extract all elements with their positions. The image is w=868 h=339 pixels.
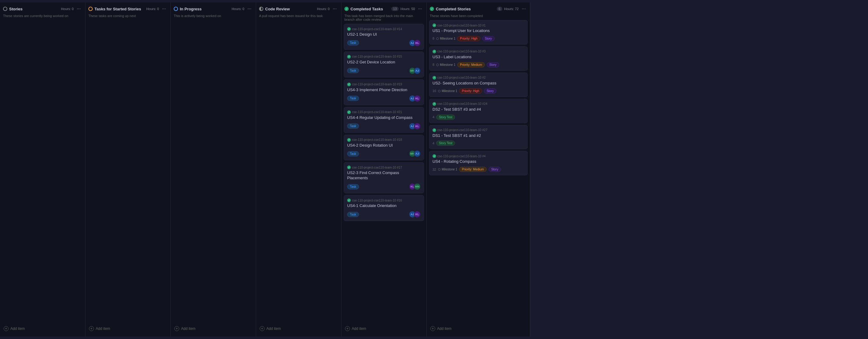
- add-item-completed-stories[interactable]: +Add item: [429, 324, 528, 334]
- cards-area-tasks-started: [88, 20, 168, 322]
- card-footer-completed-tasks-5: TaskKLMN: [347, 183, 421, 190]
- column-hours-completed-tasks: Hours: 50: [401, 7, 415, 11]
- column-subtitle-code-review: A pull request has been issued for this …: [258, 14, 339, 18]
- add-icon-completed-stories: +: [430, 326, 435, 331]
- column-hours-completed-stories: Hours: 72: [504, 7, 519, 11]
- card-badge-task-completed-tasks-6: Task: [347, 212, 359, 217]
- cards-area-completed-tasks: ✓cse-110-project-cse110-team-10 #14US2-1…: [344, 24, 424, 322]
- milestone-icon: ⬡: [436, 37, 439, 40]
- card-number-completed-stories-0: 8: [432, 37, 434, 40]
- milestone-icon: ⬡: [438, 168, 441, 171]
- card-completed-tasks-0[interactable]: ✓cse-110-project-cse110-team-10 #14US2-1…: [344, 24, 424, 50]
- column-menu-stories[interactable]: ···: [75, 5, 82, 12]
- card-id-text-completed-stories-0: cse-110-project-cse110-team-10 #1: [437, 24, 486, 27]
- column-header-completed-tasks: ✓Completed Tasks13Hours: 50···: [344, 5, 424, 12]
- card-footer-completed-tasks-2: TaskAJKL: [347, 95, 421, 102]
- column-subtitle-stories: These stories are currently being worked…: [2, 14, 83, 18]
- column-title-completed-tasks: Completed Tasks: [350, 7, 390, 11]
- avatar: KL: [414, 40, 421, 47]
- card-type-badge-completed-stories-3: Story Test: [436, 115, 455, 120]
- column-menu-in-progress[interactable]: ···: [246, 5, 253, 12]
- column-hours-tasks-started: Hours: 0: [146, 7, 159, 11]
- column-header-in-progress: In ProgressHours: 0···: [173, 5, 253, 12]
- add-item-label-tasks-started: Add item: [96, 327, 110, 331]
- column-subtitle-tasks-started: These tasks are coming up next: [88, 14, 168, 18]
- card-completed-tasks-4[interactable]: ✓cse-110-project-cse110-team-10 #18US4-2…: [344, 135, 424, 161]
- card-completed-stories-4[interactable]: ✓cse-110-project-cse110-team-10 #27DS1 -…: [429, 125, 528, 149]
- card-badge-task-completed-tasks-4: Task: [347, 151, 359, 156]
- card-footer-completed-tasks-6: TaskAJKL: [347, 211, 421, 218]
- column-count-completed-tasks: 13: [391, 7, 399, 11]
- milestone-label: Milestone 1: [440, 63, 455, 66]
- card-check-icon-completed-tasks-1: ✓: [347, 55, 351, 59]
- card-completed-tasks-2[interactable]: ✓cse-110-project-cse110-team-10 #19US4-3…: [344, 79, 424, 105]
- card-title-completed-stories-1: US3 - Label Locations: [432, 55, 524, 60]
- card-completed-tasks-1[interactable]: ✓cse-110-project-cse110-team-10 #15US2-2…: [344, 52, 424, 78]
- add-icon-tasks-started: +: [89, 326, 94, 331]
- milestone-label: Milestone 1: [440, 37, 455, 40]
- add-icon-code-review: +: [260, 326, 265, 331]
- add-item-label-completed-tasks: Add item: [352, 327, 366, 331]
- add-item-completed-tasks[interactable]: +Add item: [344, 324, 424, 334]
- column-title-in-progress: In Progress: [180, 7, 230, 11]
- card-completed-tasks-3[interactable]: ✓cse-110-project-cse110-team-10 #21US4-4…: [344, 107, 424, 133]
- add-item-code-review[interactable]: +Add item: [258, 324, 339, 334]
- card-id-completed-tasks-6: ✓cse-110-project-cse110-team-10 #16: [347, 198, 421, 202]
- card-id-completed-stories-5: ✓cse-110-project-cse110-team-10 #4: [432, 154, 524, 158]
- card-footer-completed-tasks-1: TaskMNAJ: [347, 67, 421, 74]
- add-item-label-stories: Add item: [10, 327, 25, 331]
- card-completed-stories-3[interactable]: ✓cse-110-project-cse110-team-10 #24DS2 -…: [429, 99, 528, 123]
- column-status-icon-stories: [3, 7, 7, 11]
- card-id-text-completed-tasks-4: cse-110-project-cse110-team-10 #18: [352, 138, 402, 142]
- column-hours-stories: Hours: 0: [61, 7, 74, 11]
- card-check-icon-completed-tasks-6: ✓: [347, 198, 351, 202]
- card-type-badge-completed-stories-4: Story Test: [436, 141, 455, 146]
- card-footer-completed-tasks-3: TaskAJKL: [347, 123, 421, 129]
- column-menu-tasks-started[interactable]: ···: [161, 5, 167, 12]
- card-number-completed-stories-3: 4: [432, 115, 434, 119]
- column-menu-completed-tasks[interactable]: ···: [417, 5, 423, 12]
- add-item-stories[interactable]: +Add item: [2, 324, 83, 334]
- card-priority-completed-stories-5: Priority: Medium: [459, 167, 487, 172]
- card-type-badge-completed-stories-1: Story: [487, 62, 499, 67]
- card-id-completed-tasks-5: ✓cse-110-project-cse110-team-10 #17: [347, 165, 421, 169]
- card-id-completed-tasks-0: ✓cse-110-project-cse110-team-10 #14: [347, 27, 421, 31]
- card-completed-stories-0[interactable]: ✓cse-110-project-cse110-team-10 #1US1 - …: [429, 20, 528, 44]
- card-priority-completed-stories-2: Priority: High: [459, 88, 482, 94]
- card-type-badge-completed-stories-2: Story: [484, 88, 496, 94]
- card-id-text-completed-stories-3: cse-110-project-cse110-team-10 #24: [437, 102, 487, 105]
- card-meta-completed-stories-3: 4Story Test: [432, 115, 524, 120]
- card-priority-completed-stories-1: Priority: Medium: [457, 62, 485, 67]
- milestone-label: Milestone 1: [442, 168, 457, 171]
- card-check-icon-completed-stories-3: ✓: [432, 102, 436, 106]
- column-subtitle-completed-tasks: This task has been merged back into the …: [344, 14, 424, 21]
- card-completed-tasks-6[interactable]: ✓cse-110-project-cse110-team-10 #16US4-1…: [344, 195, 424, 221]
- add-item-in-progress[interactable]: +Add item: [173, 324, 253, 334]
- card-id-completed-tasks-2: ✓cse-110-project-cse110-team-10 #19: [347, 83, 421, 86]
- column-code-review: Code ReviewHours: 0···A pull request has…: [256, 2, 341, 337]
- card-completed-tasks-5[interactable]: ✓cse-110-project-cse110-team-10 #17US2-3…: [344, 162, 424, 193]
- card-badge-task-completed-tasks-3: Task: [347, 123, 359, 129]
- card-number-completed-stories-5: 32: [432, 168, 436, 171]
- card-number-completed-stories-2: 16: [432, 89, 436, 93]
- cards-area-stories: [2, 20, 83, 322]
- card-milestone-completed-stories-1: ⬡ Milestone 1: [436, 63, 455, 66]
- column-title-completed-stories: Completed Stories: [436, 7, 495, 11]
- card-avatars-completed-tasks-0: AJKL: [411, 40, 421, 47]
- card-completed-stories-5[interactable]: ✓cse-110-project-cse110-team-10 #4US4 - …: [429, 151, 528, 175]
- column-menu-code-review[interactable]: ···: [332, 5, 338, 12]
- card-check-icon-completed-tasks-2: ✓: [347, 83, 351, 86]
- avatar: AJ: [414, 150, 421, 157]
- card-completed-stories-2[interactable]: ✓cse-110-project-cse110-team-10 #2US2- S…: [429, 72, 528, 97]
- card-avatars-completed-tasks-5: KLMN: [411, 183, 421, 190]
- card-completed-stories-1[interactable]: ✓cse-110-project-cse110-team-10 #3US3 - …: [429, 47, 528, 71]
- column-menu-completed-stories[interactable]: ···: [521, 5, 527, 12]
- add-item-tasks-started[interactable]: +Add item: [88, 324, 168, 334]
- column-header-stories: StoriesHours: 0···: [2, 5, 83, 12]
- column-title-stories: Stories: [9, 7, 59, 11]
- avatar: AJ: [414, 67, 421, 74]
- card-check-icon-completed-stories-1: ✓: [432, 50, 436, 53]
- column-status-icon-code-review: [259, 7, 263, 11]
- card-milestone-completed-stories-2: ⬡ Milestone 1: [438, 89, 457, 93]
- card-number-completed-stories-1: 8: [432, 63, 434, 66]
